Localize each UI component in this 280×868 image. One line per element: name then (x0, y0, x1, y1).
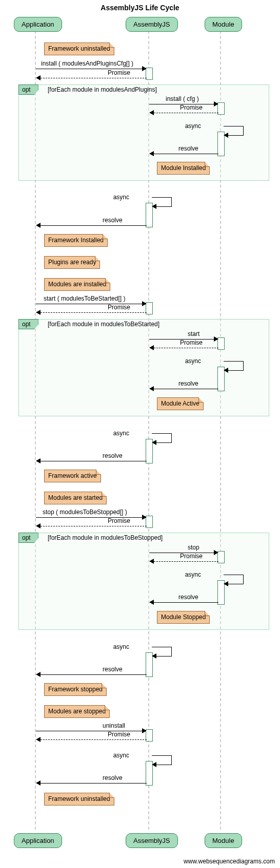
note-modules-stopped: Modules are stopped (44, 705, 110, 718)
sequence-diagram: AssemblyJS Life Cycle Application Assemb… (0, 0, 280, 868)
activation (217, 337, 225, 350)
msg-label: resolve (178, 145, 198, 152)
actor-application-bottom: Application (14, 833, 62, 848)
diagram-title: AssemblyJS Life Cycle (0, 4, 280, 12)
note-framework-uninstalled-2: Framework uninstalled (44, 793, 114, 806)
fragment-label: opt (18, 84, 38, 95)
actor-application-top: Application (14, 17, 62, 32)
fragment-guard: [forEach module in modulesToBeStopped] (48, 534, 163, 541)
note-module-installed: Module Installed (157, 162, 210, 175)
msg-label: async (185, 357, 201, 365)
msg-label: resolve (103, 217, 123, 224)
actor-assemblyjs-top: AssemblyJS (126, 17, 178, 32)
msg-label: async (185, 122, 201, 130)
msg-label: start (188, 330, 199, 337)
fragment-label: opt (18, 533, 38, 543)
msg-label: Promise (108, 304, 130, 311)
note-framework-stopped: Framework stopped (44, 683, 107, 696)
msg-label: stop ( modulesToBeStopped[] ) (43, 509, 127, 516)
msg-label: stop (188, 544, 199, 551)
msg-label: uninstall (103, 722, 125, 729)
msg-label: resolve (103, 666, 123, 673)
msg-label: install ( cfg ) (166, 95, 199, 102)
msg-label: Promise (180, 553, 203, 560)
actor-assemblyjs-bottom: AssemblyJS (126, 833, 178, 848)
note-framework-installed: Framework Installed (44, 234, 108, 247)
note-module-stopped: Module Stopped (157, 611, 210, 624)
fragment-opt-start: opt [forEach module in modulesToBeStarte… (18, 319, 269, 416)
fragment-label: opt (18, 319, 38, 329)
msg-label: start ( modulesToBeStarted[] ) (44, 295, 125, 302)
msg-label: Promise (108, 69, 130, 76)
msg-label: async (113, 643, 129, 650)
msg-label: Promise (180, 104, 203, 111)
msg-label: async (113, 752, 129, 759)
note-modules-installed: Modules are installed (44, 278, 110, 291)
msg-label: resolve (103, 774, 123, 781)
note-plugins-ready: Plugins are ready (44, 256, 100, 269)
fragment-guard: [forEach module in modulesAndPlugins] (48, 86, 157, 93)
actor-module-bottom: Module (205, 833, 242, 848)
note-framework-uninstalled-1: Framework uninstalled (44, 43, 114, 55)
note-framework-active: Framework active (44, 470, 101, 482)
msg-label: Promise (108, 731, 130, 738)
fragment-guard: [forEach module in modulesToBeStarted] (48, 321, 159, 328)
msg-label: install ( modulesAndPluginsCfg[] ) (41, 60, 133, 67)
msg-label: resolve (178, 594, 198, 601)
msg-label: async (185, 571, 201, 578)
activation (146, 302, 153, 314)
note-module-active: Module Active (157, 397, 204, 410)
activation (217, 551, 225, 563)
msg-label: resolve (103, 452, 123, 459)
actor-module-top: Module (205, 17, 242, 32)
activation (146, 516, 153, 528)
activation (146, 68, 153, 80)
fragment-opt-install: opt [forEach module in modulesAndPlugins… (18, 84, 269, 181)
msg-label: Promise (108, 517, 130, 524)
footer-link[interactable]: www.websequencediagrams.com (184, 858, 275, 865)
activation (217, 102, 225, 115)
msg-label: async (113, 194, 129, 201)
msg-label: Promise (180, 339, 203, 346)
activation (146, 729, 153, 742)
fragment-opt-stop: opt [forEach module in modulesToBeStoppe… (18, 533, 269, 630)
msg-label: resolve (178, 380, 198, 387)
msg-label: async (113, 430, 129, 437)
note-modules-started: Modules are started (44, 492, 107, 504)
